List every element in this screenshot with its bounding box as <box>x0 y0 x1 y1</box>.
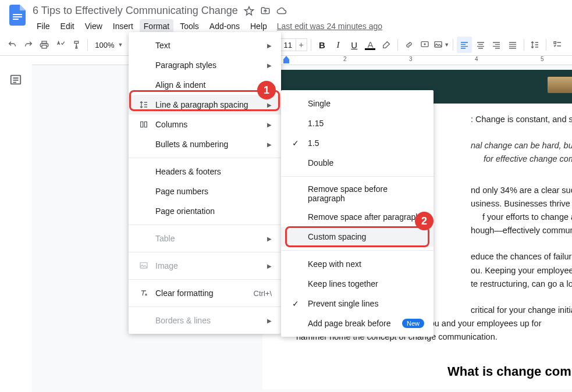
body-text: critical for your change initiativ <box>471 304 572 317</box>
chevron-down-icon: ▼ <box>444 42 449 48</box>
menu-label: Page numbers <box>155 187 208 196</box>
align-center-button[interactable] <box>473 37 488 53</box>
body-text: nal change can be hard, but <box>471 139 572 152</box>
insert-image-button[interactable]: ▼ <box>434 37 449 53</box>
line-spacing-button[interactable] <box>528 37 543 53</box>
svg-rect-9 <box>283 59 289 63</box>
menu-item-image: Image▶ <box>129 256 281 276</box>
menu-item-bullets-numbering[interactable]: Bullets & numbering▶ <box>129 134 281 154</box>
align-right-button[interactable] <box>489 37 504 53</box>
menu-item-headers-footers[interactable]: Headers & footers <box>129 162 281 181</box>
menu-addons[interactable]: Add-ons <box>205 19 244 33</box>
body-text: te restructuring, can go a long w <box>471 277 572 291</box>
body-text: hough—effectively communicat <box>471 224 572 237</box>
menu-format[interactable]: Format <box>140 19 173 33</box>
menu-tools[interactable]: Tools <box>176 19 203 33</box>
spacing-double[interactable]: Double <box>281 153 434 173</box>
menu-item-columns[interactable]: Columns▶ <box>129 115 281 134</box>
document-outline-icon[interactable] <box>9 73 23 87</box>
menu-item-paragraph-styles[interactable]: Paragraph styles▶ <box>129 55 281 75</box>
document-title[interactable]: 6 Tips to Effectively Communicating Chan… <box>33 5 238 17</box>
ruler[interactable]: 2 3 4 5 <box>32 56 572 65</box>
chevron-right-icon: ▶ <box>267 102 272 108</box>
separator <box>87 39 88 51</box>
chevron-right-icon: ▶ <box>267 318 272 324</box>
spacing-keep-next[interactable]: Keep with next <box>281 254 434 274</box>
menu-edit[interactable]: Edit <box>56 19 79 33</box>
svg-rect-3 <box>42 41 47 43</box>
divider <box>281 176 434 177</box>
menu-label: 1.15 <box>308 119 324 128</box>
menu-item-line-spacing[interactable]: Line & paragraph spacing▶ <box>129 95 281 115</box>
spacing-single[interactable]: Single <box>281 94 434 113</box>
check-icon: ✓ <box>289 138 302 148</box>
menu-file[interactable]: File <box>33 19 54 33</box>
docs-logo-icon[interactable] <box>7 5 28 26</box>
chevron-right-icon: ▶ <box>267 122 272 128</box>
zoom-select[interactable]: 100%▼ <box>91 41 126 49</box>
align-justify-button[interactable] <box>505 37 520 53</box>
menu-label: Paragraph styles <box>155 60 216 70</box>
menu-label: Align & indent <box>155 80 205 90</box>
checklist-button[interactable] <box>550 37 565 53</box>
shortcut-label: Ctrl+\ <box>254 289 272 298</box>
align-left-button[interactable] <box>457 37 472 53</box>
font-size-plus[interactable]: + <box>296 38 307 51</box>
menu-item-page-orientation[interactable]: Page orientation <box>129 201 281 221</box>
italic-button[interactable]: I <box>331 37 346 53</box>
divider <box>129 224 281 225</box>
spacing-remove-before[interactable]: Remove space before paragraph <box>281 180 434 207</box>
font-size-value[interactable]: 11 <box>280 38 296 51</box>
redo-button[interactable] <box>21 37 36 53</box>
menu-item-text[interactable]: Text▶ <box>129 35 281 55</box>
left-sidebar <box>0 56 32 392</box>
check-icon: ✓ <box>289 299 302 308</box>
menu-insert[interactable]: Insert <box>109 19 137 33</box>
chevron-right-icon: ▶ <box>267 141 272 148</box>
ruler-mark: 2 <box>343 56 347 62</box>
toolbar: 100%▼ − 11 + B I U A ▼ <box>0 33 572 56</box>
underline-button[interactable]: U <box>347 37 362 53</box>
spacing-prevent-single[interactable]: ✓Prevent single lines <box>281 294 434 313</box>
menu-label: Image <box>155 261 178 270</box>
menu-help[interactable]: Help <box>246 19 271 33</box>
text-color-button[interactable]: A <box>363 37 378 53</box>
menu-item-clear-formatting[interactable]: Clear formattingCtrl+\ <box>129 283 281 303</box>
spacing-custom[interactable]: Custom spacing <box>281 227 434 247</box>
spacing-keep-lines[interactable]: Keep lines together <box>281 274 434 294</box>
print-button[interactable] <box>37 37 52 53</box>
menu-view[interactable]: View <box>81 19 106 33</box>
menu-label: Remove space before paragraph <box>308 184 424 203</box>
ruler-mark: 5 <box>541 56 544 62</box>
bold-button[interactable]: B <box>315 37 330 53</box>
menu-label: Borders & lines <box>155 316 211 325</box>
star-icon[interactable] <box>244 6 254 16</box>
undo-button[interactable] <box>5 37 20 53</box>
menu-label: Clear formatting <box>155 288 214 298</box>
zoom-value: 100% <box>95 41 114 49</box>
menu-label: Custom spacing <box>308 232 366 241</box>
menu-label: Single <box>308 99 331 108</box>
last-edit-link[interactable]: Last edit was 24 minutes ago <box>277 22 382 31</box>
add-comment-button[interactable] <box>418 37 433 53</box>
paint-format-button[interactable] <box>69 37 84 53</box>
line-spacing-icon <box>138 99 150 111</box>
move-folder-icon[interactable] <box>260 6 271 16</box>
spacing-115[interactable]: 1.15 <box>281 113 434 133</box>
menu-item-align-indent[interactable]: Align & indent▶ <box>129 75 281 95</box>
ruler-indent-marker[interactable] <box>283 56 289 64</box>
menu-item-page-numbers[interactable]: Page numbers <box>129 181 281 201</box>
chevron-right-icon: ▶ <box>267 82 272 88</box>
spacing-15[interactable]: ✓1.5 <box>281 133 434 153</box>
highlight-color-button[interactable] <box>379 37 394 53</box>
body-text: for effective change comm <box>484 152 572 166</box>
insert-link-button[interactable] <box>402 37 417 53</box>
body-text: usiness. Businesses thrive when <box>471 197 572 211</box>
spellcheck-button[interactable] <box>53 37 68 53</box>
spacing-page-break-before[interactable]: Add page break beforeNew <box>281 313 434 333</box>
app-header: 6 Tips to Effectively Communicating Chan… <box>0 0 572 33</box>
spacing-remove-after[interactable]: Remove space after paragraph <box>281 207 434 227</box>
menu-label: Keep with next <box>308 259 361 269</box>
chevron-down-icon: ▼ <box>118 42 123 48</box>
cloud-status-icon[interactable] <box>276 6 287 16</box>
